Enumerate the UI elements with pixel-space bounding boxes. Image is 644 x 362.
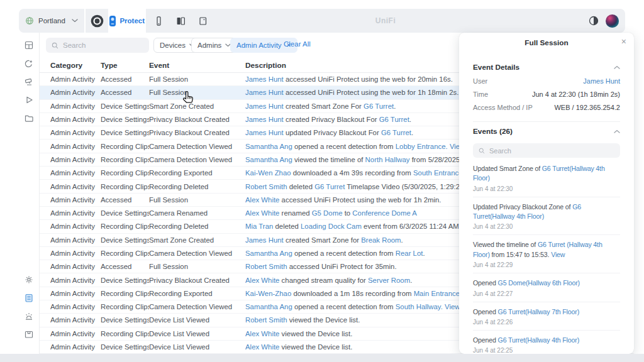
entity-link[interactable]: G6 Turret(Hallway 4th Floor) <box>498 336 579 344</box>
entity-link[interactable]: North Hallway <box>365 156 410 163</box>
event-list-item[interactable]: Opened G6 Turret(Hallway 4th Floor)Jun 4… <box>473 331 620 354</box>
search-input[interactable]: Search <box>46 38 149 53</box>
tab-protect[interactable]: Protect <box>109 9 145 33</box>
sidebar-item-playback[interactable] <box>24 95 34 105</box>
cell-type: Recording Clips <box>101 330 149 337</box>
events-search-placeholder: Search <box>489 147 511 155</box>
device-console-icon[interactable] <box>153 16 164 26</box>
description-text: . <box>394 102 396 110</box>
sidebar-item-activity-log[interactable] <box>24 293 34 303</box>
entity-link[interactable]: James Hunt <box>245 116 284 123</box>
console-icon <box>89 13 105 29</box>
sidebar-item-clips[interactable] <box>24 113 34 123</box>
entity-link[interactable]: Alex White <box>245 277 279 284</box>
entity-link[interactable]: Alex White <box>245 343 279 351</box>
entity-link[interactable]: Kai-Wen Zhao <box>245 169 291 177</box>
description-text: viewed the timeline of <box>292 156 365 163</box>
entity-link[interactable]: View <box>551 251 565 258</box>
cell-event: Full Session <box>149 89 245 96</box>
cell-type: Recording Clips <box>101 169 149 177</box>
entity-link[interactable]: South Hallway. <box>396 303 443 310</box>
entity-link[interactable]: Mia Tran <box>245 222 273 230</box>
description-text: downloaded a 4m 39s recording from <box>291 169 413 177</box>
entity-link[interactable]: James Hunt <box>245 89 284 96</box>
description-text: . <box>411 129 413 136</box>
cell-category: Admin Activity <box>50 316 101 324</box>
cell-category: Admin Activity <box>50 263 101 270</box>
entity-link[interactable]: Main Entrance, <box>414 290 462 297</box>
entity-link[interactable]: G6 Turret <box>364 102 394 110</box>
avatar[interactable] <box>606 14 619 28</box>
device-dual-icon[interactable] <box>175 16 186 26</box>
event-text: Updated Smart Zone of G6 Turret(Hallway … <box>473 164 620 184</box>
clear-all-button[interactable]: Clear All <box>284 40 311 48</box>
entity-link[interactable]: James Hunt <box>245 102 284 110</box>
close-icon[interactable]: × <box>621 37 626 46</box>
event-list-item[interactable]: Viewed the timeline of G6 Turret (Hallwa… <box>473 235 620 273</box>
entity-link[interactable]: G5 Dome <box>312 209 343 217</box>
sidebar-item-alarms[interactable] <box>24 311 34 321</box>
entity-link[interactable]: South Entrance, <box>413 169 465 177</box>
contrast-icon[interactable] <box>588 15 599 26</box>
entity-link[interactable]: G6 Turret <box>314 183 345 190</box>
entity-link[interactable]: Samantha Ang <box>245 303 292 310</box>
chevron-up-icon[interactable] <box>614 65 620 69</box>
entity-link[interactable]: Kai-Wen-Zhao <box>245 290 291 297</box>
entity-link[interactable]: Samantha Ang <box>245 156 292 163</box>
globe-icon <box>25 16 34 25</box>
entity-link[interactable]: Server Room <box>368 277 410 284</box>
site-selector[interactable]: Portland <box>19 9 84 33</box>
entity-link[interactable]: Robert Smith <box>245 263 287 270</box>
device-mini-icon[interactable] <box>197 16 208 26</box>
entity-link[interactable]: G6 Turret <box>379 116 409 123</box>
sidebar-item-cameras[interactable] <box>24 77 34 87</box>
entity-link[interactable]: Robert Smith <box>245 316 287 324</box>
console-button[interactable] <box>86 9 108 33</box>
description-text: accessed UniFi Protect for 35min. <box>287 263 396 270</box>
protect-app-icon <box>109 16 116 26</box>
cell-event: Recording Exported <box>149 169 245 177</box>
sidebar-item-settings[interactable] <box>24 275 34 285</box>
cell-category: Admin Activity <box>50 169 101 177</box>
sidebar-item-dashboard[interactable] <box>24 40 34 50</box>
entity-link[interactable]: Samantha Ang <box>245 143 292 150</box>
entity-link[interactable]: James Hunt <box>245 75 284 83</box>
cell-event: Camera Detection Viewed <box>149 156 245 163</box>
entity-link[interactable]: G6 Turret(Hallway 7th Floor) <box>498 308 579 315</box>
entity-link[interactable]: View <box>445 303 460 310</box>
entity-link[interactable]: Break Room <box>361 236 401 244</box>
entity-link[interactable]: Robert Smith <box>245 183 287 190</box>
entity-link[interactable]: Samantha Ang <box>245 250 292 257</box>
entity-link[interactable]: Alex White <box>245 330 279 337</box>
event-list-item[interactable]: Opened G5 Dome(Hallway 6th Floor)Jun 4 a… <box>473 273 620 302</box>
events-search-input[interactable]: Search <box>473 143 620 158</box>
entity-link[interactable]: G6 Turret <box>381 129 411 136</box>
entity-link[interactable]: James Hunt <box>245 129 284 136</box>
cell-category: Admin Activity <box>50 89 101 96</box>
sidebar-item-devices-box[interactable] <box>24 329 34 339</box>
sidebar-item-ai-events[interactable] <box>24 58 34 69</box>
event-list-item[interactable]: Updated Smart Zone of G6 Turret(Hallway … <box>473 159 620 197</box>
cell-type: Recording Clips <box>101 303 149 310</box>
chevron-up-icon[interactable] <box>614 129 620 133</box>
playback-icon <box>24 95 34 105</box>
cell-event: Device List Viewed <box>149 330 245 337</box>
cell-category: Admin Activity <box>50 236 101 244</box>
events-section-header: Events (26) <box>473 127 620 136</box>
unifi-title: UniFi <box>375 16 396 25</box>
detail-value-link[interactable]: James Hunt <box>583 77 620 85</box>
event-list-item[interactable]: Updated Privacy Blackout Zone of G6 Turr… <box>473 197 620 236</box>
entity-link[interactable]: G5 Dome(Hallway 6th Floor) <box>498 279 580 287</box>
description-text: viewed the Device list. <box>279 343 352 351</box>
event-list-item[interactable]: Opened G6 Turret(Hallway 7th Floor)Jun 4… <box>473 302 620 331</box>
entity-link[interactable]: Lobby Entrance. <box>396 143 448 150</box>
entity-link[interactable]: Rear Lot <box>396 250 423 257</box>
entity-link[interactable]: Alex White <box>245 209 279 217</box>
entity-link[interactable]: James Hunt <box>245 236 284 244</box>
cell-category: Admin Activity <box>50 143 101 150</box>
cell-category: Admin Activity <box>50 116 101 123</box>
entity-link[interactable]: Alex White <box>245 196 279 204</box>
event-timestamp: Jun 4 at 22:26 <box>473 319 620 326</box>
entity-link[interactable]: Loading Dock Cam <box>301 222 362 230</box>
entity-link[interactable]: Conference Dome A <box>352 209 417 217</box>
